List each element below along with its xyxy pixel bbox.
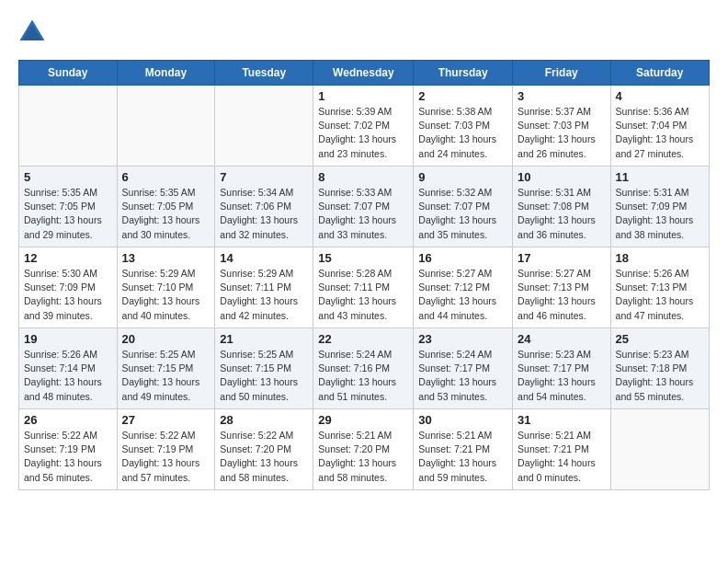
day-number: 11 (616, 170, 704, 184)
day-info: Sunrise: 5:26 AM Sunset: 7:13 PM Dayligh… (616, 267, 704, 323)
day-number: 9 (418, 170, 507, 184)
day-info: Sunrise: 5:39 AM Sunset: 7:02 PM Dayligh… (318, 105, 408, 161)
calendar: SundayMondayTuesdayWednesdayThursdayFrid… (18, 60, 710, 490)
day-cell: 30Sunrise: 5:21 AM Sunset: 7:21 PM Dayli… (414, 409, 513, 490)
day-cell: 19Sunrise: 5:26 AM Sunset: 7:14 PM Dayli… (19, 328, 118, 409)
day-info: Sunrise: 5:21 AM Sunset: 7:20 PM Dayligh… (318, 429, 408, 485)
day-info: Sunrise: 5:36 AM Sunset: 7:04 PM Dayligh… (616, 105, 704, 161)
day-info: Sunrise: 5:28 AM Sunset: 7:11 PM Dayligh… (318, 267, 408, 323)
day-cell: 16Sunrise: 5:27 AM Sunset: 7:12 PM Dayli… (414, 247, 513, 328)
day-number: 22 (318, 332, 408, 346)
day-cell: 26Sunrise: 5:22 AM Sunset: 7:19 PM Dayli… (19, 409, 118, 490)
day-info: Sunrise: 5:31 AM Sunset: 7:09 PM Dayligh… (616, 186, 704, 242)
day-cell: 6Sunrise: 5:35 AM Sunset: 7:05 PM Daylig… (117, 167, 215, 247)
day-number: 25 (616, 332, 704, 346)
day-info: Sunrise: 5:23 AM Sunset: 7:17 PM Dayligh… (518, 348, 606, 404)
weekday-monday: Monday (117, 61, 215, 86)
calendar-body: 1Sunrise: 5:39 AM Sunset: 7:02 PM Daylig… (19, 86, 710, 490)
weekday-tuesday: Tuesday (215, 61, 313, 86)
day-number: 15 (318, 251, 408, 265)
day-info: Sunrise: 5:27 AM Sunset: 7:12 PM Dayligh… (418, 267, 507, 323)
day-cell: 15Sunrise: 5:28 AM Sunset: 7:11 PM Dayli… (313, 247, 414, 328)
day-cell (215, 86, 313, 167)
week-row-3: 12Sunrise: 5:30 AM Sunset: 7:09 PM Dayli… (19, 247, 710, 328)
day-cell: 22Sunrise: 5:24 AM Sunset: 7:16 PM Dayli… (313, 328, 414, 409)
weekday-row: SundayMondayTuesdayWednesdayThursdayFrid… (19, 61, 710, 86)
day-number: 23 (418, 332, 507, 346)
calendar-header: SundayMondayTuesdayWednesdayThursdayFrid… (19, 61, 710, 86)
day-number: 27 (122, 413, 210, 427)
day-number: 19 (24, 332, 112, 346)
page: SundayMondayTuesdayWednesdayThursdayFrid… (0, 0, 728, 509)
day-info: Sunrise: 5:22 AM Sunset: 7:19 PM Dayligh… (24, 429, 112, 485)
day-cell: 25Sunrise: 5:23 AM Sunset: 7:18 PM Dayli… (610, 328, 709, 409)
day-cell: 10Sunrise: 5:31 AM Sunset: 7:08 PM Dayli… (513, 167, 611, 247)
day-info: Sunrise: 5:31 AM Sunset: 7:08 PM Dayligh… (518, 186, 606, 242)
day-cell: 23Sunrise: 5:24 AM Sunset: 7:17 PM Dayli… (414, 328, 513, 409)
day-info: Sunrise: 5:29 AM Sunset: 7:11 PM Dayligh… (220, 267, 308, 323)
day-number: 28 (220, 413, 308, 427)
day-number: 2 (418, 89, 507, 103)
day-number: 10 (518, 170, 606, 184)
day-number: 26 (24, 413, 112, 427)
day-cell: 5Sunrise: 5:35 AM Sunset: 7:05 PM Daylig… (19, 167, 118, 247)
day-cell (117, 86, 215, 167)
header (18, 18, 710, 46)
week-row-2: 5Sunrise: 5:35 AM Sunset: 7:05 PM Daylig… (19, 167, 710, 247)
day-cell: 2Sunrise: 5:38 AM Sunset: 7:03 PM Daylig… (414, 86, 513, 167)
day-info: Sunrise: 5:25 AM Sunset: 7:15 PM Dayligh… (122, 348, 210, 404)
day-number: 24 (518, 332, 606, 346)
weekday-wednesday: Wednesday (313, 61, 414, 86)
day-cell (19, 86, 118, 167)
weekday-thursday: Thursday (414, 61, 513, 86)
day-number: 4 (616, 89, 704, 103)
day-info: Sunrise: 5:30 AM Sunset: 7:09 PM Dayligh… (24, 267, 112, 323)
day-number: 14 (220, 251, 308, 265)
day-info: Sunrise: 5:21 AM Sunset: 7:21 PM Dayligh… (518, 429, 606, 485)
weekday-saturday: Saturday (610, 61, 709, 86)
day-info: Sunrise: 5:35 AM Sunset: 7:05 PM Dayligh… (122, 186, 210, 242)
day-number: 16 (418, 251, 507, 265)
week-row-5: 26Sunrise: 5:22 AM Sunset: 7:19 PM Dayli… (19, 409, 710, 490)
week-row-1: 1Sunrise: 5:39 AM Sunset: 7:02 PM Daylig… (19, 86, 710, 167)
day-info: Sunrise: 5:34 AM Sunset: 7:06 PM Dayligh… (220, 186, 308, 242)
logo-icon (18, 18, 46, 46)
day-info: Sunrise: 5:21 AM Sunset: 7:21 PM Dayligh… (418, 429, 507, 485)
day-cell: 14Sunrise: 5:29 AM Sunset: 7:11 PM Dayli… (215, 247, 313, 328)
day-number: 1 (318, 89, 408, 103)
day-cell: 28Sunrise: 5:22 AM Sunset: 7:20 PM Dayli… (215, 409, 313, 490)
day-cell: 21Sunrise: 5:25 AM Sunset: 7:15 PM Dayli… (215, 328, 313, 409)
day-number: 31 (518, 413, 606, 427)
day-info: Sunrise: 5:27 AM Sunset: 7:13 PM Dayligh… (518, 267, 606, 323)
day-cell: 3Sunrise: 5:37 AM Sunset: 7:03 PM Daylig… (513, 86, 611, 167)
day-number: 30 (418, 413, 507, 427)
day-info: Sunrise: 5:37 AM Sunset: 7:03 PM Dayligh… (518, 105, 606, 161)
day-info: Sunrise: 5:33 AM Sunset: 7:07 PM Dayligh… (318, 186, 408, 242)
logo (18, 18, 50, 46)
day-info: Sunrise: 5:26 AM Sunset: 7:14 PM Dayligh… (24, 348, 112, 404)
day-info: Sunrise: 5:23 AM Sunset: 7:18 PM Dayligh… (616, 348, 704, 404)
day-cell: 17Sunrise: 5:27 AM Sunset: 7:13 PM Dayli… (513, 247, 611, 328)
day-info: Sunrise: 5:24 AM Sunset: 7:16 PM Dayligh… (318, 348, 408, 404)
day-info: Sunrise: 5:22 AM Sunset: 7:19 PM Dayligh… (122, 429, 210, 485)
day-info: Sunrise: 5:35 AM Sunset: 7:05 PM Dayligh… (24, 186, 112, 242)
day-cell (610, 409, 709, 490)
day-cell: 4Sunrise: 5:36 AM Sunset: 7:04 PM Daylig… (610, 86, 709, 167)
day-number: 17 (518, 251, 606, 265)
day-number: 3 (518, 89, 606, 103)
day-number: 8 (318, 170, 408, 184)
day-cell: 29Sunrise: 5:21 AM Sunset: 7:20 PM Dayli… (313, 409, 414, 490)
weekday-sunday: Sunday (19, 61, 118, 86)
day-info: Sunrise: 5:22 AM Sunset: 7:20 PM Dayligh… (220, 429, 308, 485)
day-number: 6 (122, 170, 210, 184)
day-info: Sunrise: 5:25 AM Sunset: 7:15 PM Dayligh… (220, 348, 308, 404)
day-info: Sunrise: 5:29 AM Sunset: 7:10 PM Dayligh… (122, 267, 210, 323)
day-info: Sunrise: 5:24 AM Sunset: 7:17 PM Dayligh… (418, 348, 507, 404)
day-cell: 8Sunrise: 5:33 AM Sunset: 7:07 PM Daylig… (313, 167, 414, 247)
day-cell: 1Sunrise: 5:39 AM Sunset: 7:02 PM Daylig… (313, 86, 414, 167)
day-cell: 13Sunrise: 5:29 AM Sunset: 7:10 PM Dayli… (117, 247, 215, 328)
day-info: Sunrise: 5:32 AM Sunset: 7:07 PM Dayligh… (418, 186, 507, 242)
day-number: 12 (24, 251, 112, 265)
day-number: 21 (220, 332, 308, 346)
day-number: 7 (220, 170, 308, 184)
